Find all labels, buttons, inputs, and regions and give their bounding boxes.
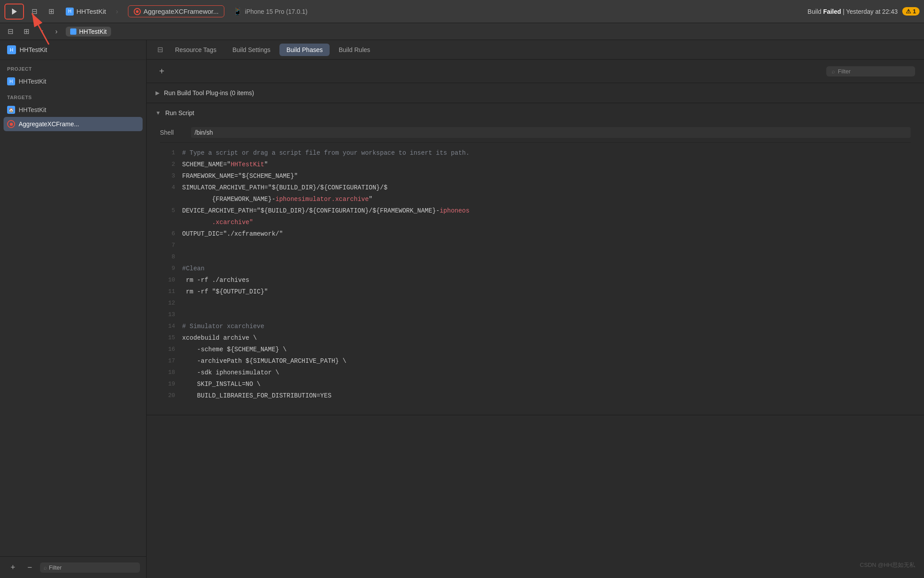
chevron-down-icon: ▼ (155, 110, 161, 116)
line-content-7 (182, 240, 911, 241)
script-section: Shell /bin/sh 1 # Type a script or drag … (147, 123, 924, 415)
line-content-17: -archivePath ${SIMULATOR_ARCHIVE_PATH} \ (182, 355, 911, 366)
line-content-12 (182, 297, 911, 298)
code-editor[interactable]: 1 # Type a script or drag a script file … (160, 143, 911, 406)
line-content-20: BUILD_LIBRARIES_FOR_DISTRIBUTION=YES (182, 390, 911, 401)
phase-run-script-header[interactable]: ▼ Run Script (147, 103, 924, 123)
line-num-4b (160, 193, 182, 195)
phase-run-script: ▼ Run Script Shell /bin/sh 1 # Type a sc… (147, 103, 924, 415)
toolbar-grid-icon[interactable]: ⊞ (44, 5, 58, 18)
device-selector[interactable]: 📱 iPhone 15 Pro (17.0.1) (228, 5, 313, 17)
code-line-11: 11 rm -rf "${OUTPUT_DIC}" (160, 286, 911, 297)
sidebar-item-hhtestkit-project[interactable]: H HHTestKit (0, 74, 146, 88)
line-num-2: 2 (160, 159, 182, 169)
phases-action-bar: + ⌕ Filter (147, 60, 924, 83)
panel-toggle-icon[interactable]: ⊟ (154, 44, 166, 55)
sidebar-toggle-icon[interactable]: ⊟ (4, 25, 17, 38)
device-name: iPhone 15 Pro (17.0.1) (245, 8, 307, 15)
line-num-1: 1 (160, 147, 182, 158)
navigator-icon[interactable]: ⊞ (20, 25, 33, 38)
line-num-7: 7 (160, 240, 182, 250)
sidebar-filter-input[interactable]: ⌕ Filter (40, 562, 140, 573)
code-line-4: 4 SIMULATOR_ARCHIVE_PATH="${BUILD_DIR}/$… (160, 182, 911, 193)
line-num-4: 4 (160, 182, 182, 193)
sidebar-project-label: HHTestKit (19, 78, 46, 85)
tab-build-phases[interactable]: Build Phases (279, 44, 330, 56)
main-layout: H HHTestKit PROJECT H HHTestKit TARGETS … (0, 40, 924, 578)
warning-icon: ⚠ (906, 8, 911, 15)
line-content-9: #Clean (182, 263, 911, 273)
line-num-6: 6 (160, 228, 182, 239)
phases-filter-input[interactable]: ⌕ Filter (826, 66, 915, 76)
code-line-19: 19 SKIP_INSTALL=NO \ (160, 378, 911, 390)
sidebar-project-section-header: PROJECT (0, 60, 146, 74)
line-num-5b (160, 217, 182, 218)
project-selector[interactable]: H HHTestKit (61, 6, 111, 17)
line-num-19: 19 (160, 378, 182, 389)
tab-resource-tags[interactable]: Resource Tags (168, 44, 223, 56)
nav-forward-icon[interactable]: › (50, 25, 63, 38)
sidebar: H HHTestKit PROJECT H HHTestKit TARGETS … (0, 40, 147, 578)
run-button[interactable] (4, 4, 24, 20)
active-breadcrumb-tab[interactable]: HHTestKit (66, 27, 111, 36)
code-line-4b: {FRAMEWORK_NAME}-iphonesimulator.xcarchi… (160, 193, 911, 205)
code-line-16: 16 -scheme ${SCHEME_NAME} \ (160, 344, 911, 355)
phase-run-script-label: Run Script (165, 109, 194, 116)
line-num-8: 8 (160, 251, 182, 262)
line-content-2: SCHEME_NAME="HHTestKit" (182, 159, 911, 169)
code-line-2: 2 SCHEME_NAME="HHTestKit" (160, 159, 911, 170)
project-icon: H (66, 8, 74, 16)
secondary-toolbar: ⊟ ⊞ ‹ › HHTestKit (0, 23, 924, 40)
line-content-4b: {FRAMEWORK_NAME}-iphonesimulator.xcarchi… (182, 193, 911, 204)
line-num-11: 11 (160, 286, 182, 297)
tab-project-icon (70, 28, 76, 35)
code-line-17: 17 -archivePath ${SIMULATOR_ARCHIVE_PATH… (160, 355, 911, 367)
sidebar-item-aggregate-target[interactable]: AggregateXCFrame... (4, 117, 143, 131)
sidebar-item-hhtestkit-target[interactable]: 🏠 HHTestKit (0, 103, 146, 117)
remove-target-button[interactable]: − (23, 561, 36, 574)
line-num-17: 17 (160, 355, 182, 366)
scheme-name: AggregateXCFramewor... (143, 8, 219, 15)
line-content-3: FRAMEWORK_NAME="${SCHEME_NAME}" (182, 170, 911, 181)
add-target-button[interactable]: + (6, 561, 20, 574)
line-num-18: 18 (160, 367, 182, 377)
code-line-15: 15 xcodebuild archive \ (160, 332, 911, 344)
nav-back-icon[interactable]: ‹ (36, 25, 49, 38)
sidebar-filter-label: Filter (49, 564, 62, 571)
target-app-icon: 🏠 (7, 106, 15, 114)
build-phases-content: + ⌕ Filter ▶ Run Build Tool Plug-ins (0 … (147, 60, 924, 578)
main-toolbar: ⊟ ⊞ H HHTestKit › AggregateXCFramewor...… (0, 0, 924, 23)
code-line-20: 20 BUILD_LIBRARIES_FOR_DISTRIBUTION=YES (160, 390, 911, 401)
sidebar-targets-section-header: TARGETS (0, 88, 146, 103)
build-status: Build Failed | Yesterday at 22:43 ⚠ 1 (808, 7, 920, 16)
code-line-8: 8 (160, 251, 911, 263)
code-line-3: 3 FRAMEWORK_NAME="${SCHEME_NAME}" (160, 170, 911, 182)
line-content-19: SKIP_INSTALL=NO \ (182, 378, 911, 389)
build-status-text: Build Failed | Yesterday at 22:43 (808, 8, 898, 15)
content-area: ⊟ Resource Tags Build Settings Build Pha… (147, 40, 924, 578)
line-content-14: # Simulator xcarchieve (182, 321, 911, 331)
filter-icon: ⌕ (44, 564, 47, 571)
code-line-18: 18 -sdk iphonesimulator \ (160, 367, 911, 378)
line-num-20: 20 (160, 390, 182, 401)
tab-build-rules[interactable]: Build Rules (331, 44, 377, 56)
code-line-14: 14 # Simulator xcarchieve (160, 321, 911, 332)
code-line-7: 7 (160, 240, 911, 251)
code-line-13: 13 (160, 309, 911, 321)
breadcrumb-tab-label: HHTestKit (79, 28, 107, 35)
line-content-5b: .xcarchive" (182, 217, 911, 227)
toolbar-layout-icon[interactable]: ⊟ (28, 5, 41, 18)
phase-run-build-tool-header[interactable]: ▶ Run Build Tool Plug-ins (0 items) (147, 83, 924, 103)
sidebar-project-row[interactable]: H HHTestKit (0, 40, 146, 60)
line-content-8 (182, 251, 911, 252)
code-line-5b: .xcarchive" (160, 217, 911, 228)
scheme-selector[interactable]: AggregateXCFramewor... (128, 5, 224, 17)
shell-value[interactable]: /bin/sh (191, 127, 911, 138)
tab-build-settings[interactable]: Build Settings (225, 44, 278, 56)
add-phase-button[interactable]: + (155, 65, 168, 77)
line-content-4: SIMULATOR_ARCHIVE_PATH="${BUILD_DIR}/${C… (182, 182, 911, 193)
sidebar-project-icon: H (7, 45, 16, 54)
sidebar-project-name: HHTestKit (20, 46, 47, 53)
line-num-14: 14 (160, 321, 182, 331)
line-num-12: 12 (160, 297, 182, 308)
